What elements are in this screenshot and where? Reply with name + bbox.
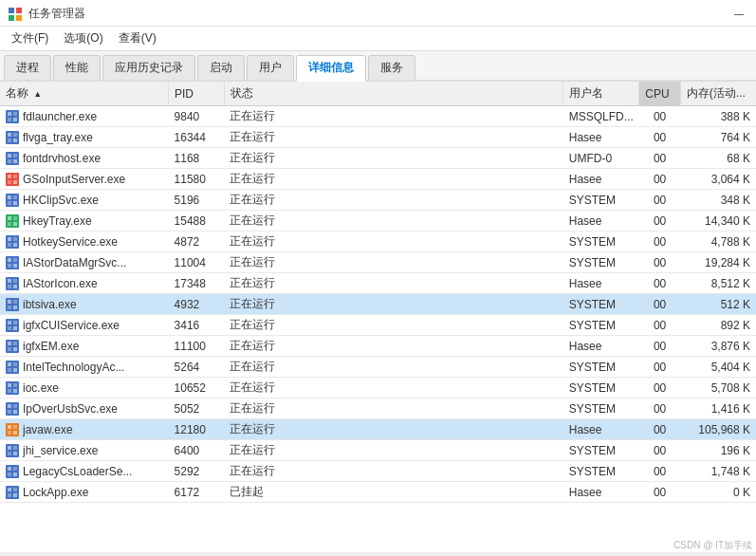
process-name: HkeyTray.exe xyxy=(23,214,92,228)
table-row[interactable]: ioc.exe10652正在运行SYSTEM005,708 K xyxy=(0,378,756,398)
svg-rect-77 xyxy=(8,410,11,414)
process-mem: 4,788 K xyxy=(680,232,756,252)
col-header-pid[interactable]: PID xyxy=(169,82,225,106)
table-row[interactable]: IAStorIcon.exe17348正在运行Hasee008,512 K xyxy=(0,273,756,294)
col-header-status[interactable]: 状态 xyxy=(224,82,562,106)
svg-rect-55 xyxy=(8,321,11,324)
title-buttons: — xyxy=(729,7,748,22)
svg-rect-50 xyxy=(8,300,11,304)
table-row[interactable]: IntelTechnologyAc...5264正在运行SYSTEM005,40… xyxy=(0,357,756,378)
table-row[interactable]: igfxEM.exe11100正在运行Hasee003,876 K xyxy=(0,336,756,357)
process-pid: 17348 xyxy=(169,273,225,294)
process-icon xyxy=(6,298,19,311)
table-row[interactable]: GSoInputServer.exe11580正在运行Hasee003,064 … xyxy=(0,169,756,190)
tab-startup[interactable]: 启动 xyxy=(197,55,245,80)
process-icon xyxy=(6,277,19,290)
process-pid: 5292 xyxy=(169,461,225,482)
process-pid: 1168 xyxy=(169,148,225,169)
svg-rect-87 xyxy=(8,452,11,455)
svg-rect-51 xyxy=(13,300,17,304)
svg-rect-20 xyxy=(8,175,11,178)
table-row[interactable]: fontdrvhost.exe1168正在运行UMFD-00068 K xyxy=(0,148,756,169)
process-pid: 5264 xyxy=(169,357,225,378)
tab-app-history[interactable]: 应用历史记录 xyxy=(102,55,195,80)
table-row[interactable]: javaw.exe12180正在运行Hasee00105,968 K xyxy=(0,419,756,440)
process-status: 正在运行 xyxy=(224,419,562,440)
process-icon xyxy=(6,402,19,416)
table-row[interactable]: HotkeyService.exe4872正在运行SYSTEM004,788 K xyxy=(0,232,756,252)
table-row[interactable]: igfxCUIService.exe3416正在运行SYSTEM00892 K xyxy=(0,315,756,336)
process-user: Hasee xyxy=(563,419,639,440)
svg-rect-63 xyxy=(13,347,17,351)
process-mem: 68 K xyxy=(680,148,756,169)
svg-rect-53 xyxy=(13,306,17,309)
col-header-mem[interactable]: 内存(活动... xyxy=(680,82,756,106)
table-row[interactable]: LegacyCsLoaderSe...5292正在运行SYSTEM001,748… xyxy=(0,461,756,482)
svg-rect-76 xyxy=(13,404,17,408)
table-row[interactable]: fdlauncher.exe9840正在运行MSSQLFD...00388 K xyxy=(0,106,756,127)
process-cpu: 00 xyxy=(639,169,681,190)
process-mem: 1,416 K xyxy=(680,398,756,419)
process-user: Hasee xyxy=(563,273,639,294)
menu-bar: 文件(F) 选项(O) 查看(V) xyxy=(0,27,756,51)
col-header-name[interactable]: 名称 ▲ xyxy=(0,82,169,106)
process-name: igfxEM.exe xyxy=(23,340,79,353)
process-mem: 512 K xyxy=(680,294,756,315)
svg-rect-26 xyxy=(13,195,17,199)
table-row[interactable]: HkeyTray.exe15488正在运行Hasee0014,340 K xyxy=(0,211,756,232)
process-icon xyxy=(6,319,19,332)
table-row[interactable]: IAStorDataMgrSvc...11004正在运行SYSTEM0019,2… xyxy=(0,252,756,273)
table-header: 名称 ▲ PID 状态 用户名 CPU 内存(活动... xyxy=(0,82,756,106)
svg-rect-11 xyxy=(13,133,17,137)
process-icon xyxy=(6,381,19,395)
process-cpu: 00 xyxy=(639,315,681,336)
process-name: HotkeyService.exe xyxy=(23,235,118,249)
table-row[interactable]: jhi_service.exe6400正在运行SYSTEM00196 K xyxy=(0,440,756,461)
menu-view[interactable]: 查看(V) xyxy=(115,28,160,48)
svg-rect-58 xyxy=(13,326,17,330)
process-user: SYSTEM xyxy=(563,378,639,398)
tab-services[interactable]: 服务 xyxy=(368,55,415,80)
process-icon xyxy=(6,152,19,165)
svg-rect-41 xyxy=(13,258,17,262)
svg-rect-3 xyxy=(16,15,22,21)
col-header-cpu[interactable]: CPU xyxy=(639,82,681,106)
table-row[interactable]: ibtsiva.exe4932正在运行SYSTEM00512 K xyxy=(0,294,756,315)
tab-performance[interactable]: 性能 xyxy=(53,55,101,80)
process-icon xyxy=(6,340,19,353)
svg-rect-38 xyxy=(13,243,17,247)
process-pid: 12180 xyxy=(169,419,225,440)
svg-rect-66 xyxy=(13,362,17,366)
menu-options[interactable]: 选项(O) xyxy=(60,28,106,48)
process-pid: 10652 xyxy=(169,378,225,398)
table-row[interactable]: IpOverUsbSvc.exe5052正在运行SYSTEM001,416 K xyxy=(0,398,756,419)
table-row[interactable]: LockApp.exe6172已挂起Hasee000 K xyxy=(0,482,756,503)
svg-rect-13 xyxy=(13,139,17,142)
title-bar: 任务管理器 — xyxy=(0,0,756,27)
minimize-button[interactable]: — xyxy=(729,7,748,22)
process-name: LegacyCsLoaderSe... xyxy=(23,465,132,478)
tab-processes[interactable]: 进程 xyxy=(4,55,51,80)
svg-rect-71 xyxy=(13,383,17,387)
menu-file[interactable]: 文件(F) xyxy=(8,28,52,48)
process-status: 正在运行 xyxy=(224,398,562,419)
process-status: 正在运行 xyxy=(224,440,562,461)
process-name: jhi_service.exe xyxy=(23,444,98,457)
svg-rect-83 xyxy=(13,431,17,435)
col-header-user[interactable]: 用户名 xyxy=(563,82,639,106)
svg-rect-91 xyxy=(13,467,17,471)
svg-rect-88 xyxy=(13,452,17,455)
process-cpu: 00 xyxy=(639,398,681,419)
process-pid: 11100 xyxy=(169,336,225,357)
tab-details[interactable]: 详细信息 xyxy=(296,55,366,82)
svg-rect-42 xyxy=(8,264,11,268)
tab-users[interactable]: 用户 xyxy=(247,55,294,80)
process-cpu: 00 xyxy=(639,148,681,169)
svg-rect-5 xyxy=(8,112,11,116)
svg-rect-22 xyxy=(8,180,11,184)
process-icon xyxy=(6,214,19,228)
table-row[interactable]: HKClipSvc.exe5196正在运行SYSTEM00348 K xyxy=(0,190,756,211)
table-row[interactable]: flvga_tray.exe16344正在运行Hasee00764 K xyxy=(0,127,756,148)
svg-rect-61 xyxy=(13,342,17,345)
process-mem: 196 K xyxy=(680,440,756,461)
